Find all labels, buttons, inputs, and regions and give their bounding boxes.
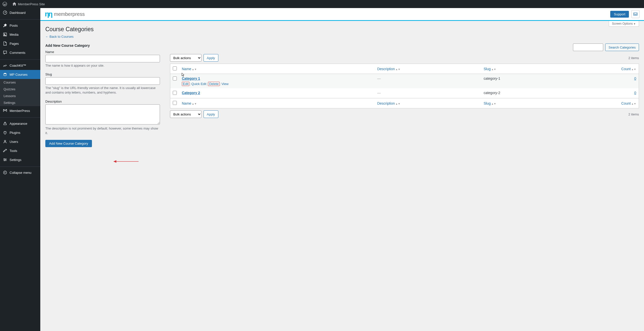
name-help-text: The name is how it appears on your site. <box>45 63 160 68</box>
sidebar-item-coachkit[interactable]: CoachKit™ <box>0 61 40 70</box>
description-cell: — <box>377 76 381 80</box>
sidebar-divider <box>0 18 40 20</box>
view-link[interactable]: View <box>221 82 228 86</box>
svg-point-2 <box>5 12 6 13</box>
coach-icon <box>3 63 8 68</box>
apply-button-top[interactable]: Apply <box>204 54 218 62</box>
col-footer-name[interactable]: Name▲▼ <box>179 98 375 108</box>
category-name-link[interactable]: Category 2 <box>182 91 200 95</box>
mp-icon <box>3 108 8 113</box>
user-icon <box>3 139 8 144</box>
sort-icon: ▲▼ <box>395 102 400 105</box>
select-all-checkbox-bottom[interactable] <box>173 101 177 105</box>
description-label: Description <box>45 100 160 103</box>
sidebar-item-appearance[interactable]: Appearance <box>0 119 40 128</box>
col-header-name[interactable]: Name▲▼ <box>179 64 375 74</box>
slug-label: Slug <box>45 72 160 76</box>
sidebar-subitem-courses[interactable]: Courses <box>0 79 40 86</box>
slug-help-text: The "slug" is the URL-friendly version o… <box>45 86 160 95</box>
sidebar-submenu: Courses Quizzes Lessons Settings <box>0 79 40 106</box>
sidebar-subitem-lessons[interactable]: Lessons <box>0 93 40 99</box>
sidebar-item-users[interactable]: Users <box>0 137 40 146</box>
svg-point-5 <box>4 140 6 142</box>
sort-icon: ▲▼ <box>192 68 197 71</box>
sidebar-item-posts[interactable]: Posts <box>0 21 40 30</box>
admin-sidebar: Dashboard Posts Media Pages Comments Coa… <box>0 8 40 331</box>
sort-icon: ▲▼ <box>395 68 400 71</box>
apply-button-bottom[interactable]: Apply <box>204 110 218 118</box>
bulk-actions-select-top[interactable]: Bulk actions <box>170 54 201 62</box>
row-checkbox[interactable] <box>173 91 177 95</box>
comment-icon <box>3 50 8 55</box>
sidebar-item-plugins[interactable]: Plugins <box>0 128 40 137</box>
add-category-button[interactable]: Add New Course Category <box>45 140 92 147</box>
home-icon <box>12 2 17 6</box>
svg-point-6 <box>4 171 7 174</box>
dashboard-icon <box>3 10 8 15</box>
edit-link[interactable]: Edit <box>182 82 189 86</box>
sidebar-item-tools[interactable]: Tools <box>0 146 40 155</box>
sidebar-item-label: CoachKit™ <box>10 64 26 67</box>
count-link[interactable]: 0 <box>634 76 636 80</box>
wordpress-icon <box>3 2 7 6</box>
col-header-slug[interactable]: Slug▲▼ <box>481 64 563 74</box>
sidebar-item-comments[interactable]: Comments <box>0 48 40 57</box>
sidebar-item-memberpress[interactable]: MemberPress <box>0 106 40 115</box>
sidebar-subitem-quizzes[interactable]: Quizzes <box>0 86 40 93</box>
col-header-description[interactable]: Description▲▼ <box>375 64 481 74</box>
mp-logo-icon: ηη <box>45 10 52 18</box>
name-input[interactable] <box>45 55 160 62</box>
col-footer-description[interactable]: Description▲▼ <box>375 98 481 108</box>
description-cell: — <box>377 91 381 95</box>
delete-link[interactable]: Delete <box>208 82 220 86</box>
table-row: Category 2 — category-2 0 <box>170 88 639 98</box>
col-footer-slug[interactable]: Slug▲▼ <box>481 98 563 108</box>
support-button[interactable]: Support <box>610 11 629 18</box>
sidebar-item-pages[interactable]: Pages <box>0 39 40 48</box>
slug-input[interactable] <box>45 77 160 85</box>
row-checkbox[interactable] <box>173 76 177 80</box>
name-label: Name <box>45 50 160 54</box>
col-header-count[interactable]: Count▲▼ <box>563 64 639 74</box>
settings-icon <box>3 157 8 162</box>
sort-icon: ▲▼ <box>491 68 496 71</box>
cursor-pointer-icon <box>182 73 185 77</box>
sidebar-item-settings[interactable]: Settings <box>0 155 40 164</box>
back-to-courses-link[interactable]: ← Back to Courses <box>45 35 74 38</box>
sidebar-item-mp-courses[interactable]: MP Courses <box>0 70 40 79</box>
sidebar-subitem-settings[interactable]: Settings <box>0 99 40 106</box>
inbox-button[interactable] <box>631 10 639 18</box>
count-link[interactable]: 0 <box>634 91 636 95</box>
form-section-title: Add New Course Category <box>45 44 160 48</box>
sidebar-item-collapse[interactable]: Collapse menu <box>0 168 40 177</box>
sidebar-item-label: Users <box>10 140 18 144</box>
site-name-link[interactable]: MemberPress Site <box>12 2 45 6</box>
select-all-checkbox-top[interactable] <box>173 66 177 70</box>
courses-icon <box>3 72 8 77</box>
page-icon <box>3 41 8 46</box>
appearance-icon <box>3 121 8 126</box>
bulk-actions-select-bottom[interactable]: Bulk actions <box>170 110 201 118</box>
sidebar-item-label: Pages <box>10 42 19 46</box>
arrow-annotation <box>113 160 139 163</box>
sidebar-item-media[interactable]: Media <box>0 30 40 39</box>
sidebar-item-label: Comments <box>10 51 25 55</box>
wp-logo[interactable] <box>3 2 8 6</box>
sidebar-item-dashboard[interactable]: Dashboard <box>0 8 40 17</box>
quick-edit-link[interactable]: Quick Edit <box>191 82 206 86</box>
screen-options-toggle[interactable]: Screen Options <box>609 21 639 27</box>
item-count-bottom: 2 items <box>628 112 639 116</box>
sidebar-divider <box>0 58 40 60</box>
site-name-label: MemberPress Site <box>18 2 45 6</box>
search-categories-button[interactable]: Search Categories <box>605 44 639 51</box>
admin-topbar: MemberPress Site <box>0 0 644 8</box>
memberpress-logo: ηη memberpress <box>45 10 85 18</box>
media-icon <box>3 32 8 37</box>
sort-icon: ▲▼ <box>631 68 636 71</box>
sidebar-item-label: Settings <box>10 158 21 162</box>
sidebar-item-label: MemberPress <box>10 109 30 113</box>
col-footer-count[interactable]: Count▲▼ <box>563 98 639 108</box>
tools-icon <box>3 148 8 153</box>
description-textarea[interactable] <box>45 104 160 125</box>
search-input[interactable] <box>573 44 603 51</box>
